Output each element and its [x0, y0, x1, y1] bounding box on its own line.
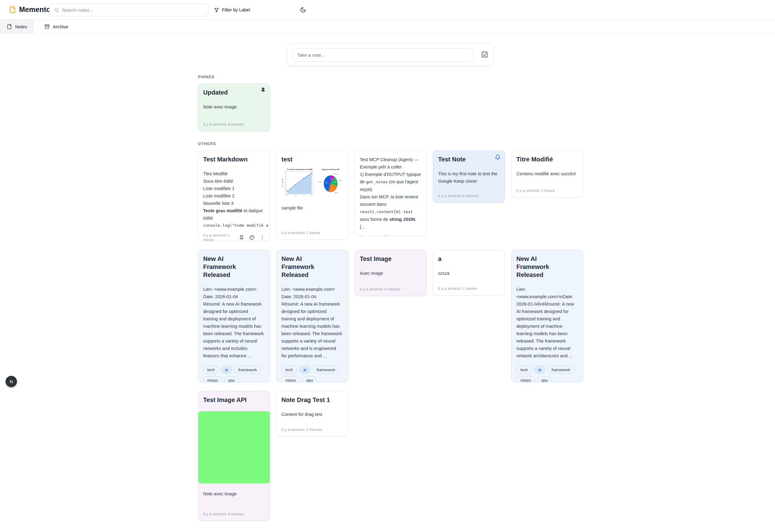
note-footer: il y a environ 1 heure: [516, 185, 578, 193]
note-title: Test Image: [360, 255, 422, 263]
svg-text:Q1: Q1: [287, 195, 288, 196]
note-footer: il y a environ 1 heure: [203, 229, 265, 241]
logo: Memento: [9, 6, 51, 14]
app-title: Memento: [19, 6, 51, 14]
more-options-icon[interactable]: [260, 235, 265, 240]
pinned-pin-icon[interactable]: [260, 87, 266, 93]
note-body: Note avec image: [203, 490, 265, 497]
note-body: Avec image: [360, 270, 422, 277]
filter-label: Filter by Label: [222, 7, 250, 12]
note-title: Updated: [203, 88, 265, 96]
svg-text:50: 50: [284, 188, 286, 189]
theme-toggle-button[interactable]: [300, 7, 306, 13]
svg-text:Q4: Q4: [311, 195, 312, 196]
user-avatar[interactable]: N: [6, 376, 17, 387]
tag-pill[interactable]: framework: [312, 366, 339, 374]
tag-pill[interactable]: framework: [548, 366, 574, 374]
note-timestamp: il y a environ 1 heure: [438, 286, 477, 291]
tag-pill[interactable]: ai: [221, 366, 232, 374]
note-card[interactable]: aszszail y a environ 1 heure: [433, 250, 505, 295]
reminder-bell-icon[interactable]: [495, 154, 501, 160]
note-footer: il y a environ 4 heures: [203, 118, 265, 127]
tag-pill[interactable]: tech: [516, 366, 532, 374]
tag-pill[interactable]: gpu: [302, 376, 317, 382]
note-timestamp: il y a environ 4 heures: [203, 122, 244, 127]
tag-pill[interactable]: ai: [534, 366, 545, 374]
svg-text:Q3: Q3: [303, 195, 304, 196]
take-a-note-input[interactable]: [292, 48, 474, 62]
note-footer: il y a environ 1 heure: [438, 282, 500, 291]
note-card[interactable]: Test MCP Cleanup (Agent) — Exemple prêt …: [354, 150, 427, 236]
note-timestamp: il y a environ 1 heure: [360, 234, 398, 236]
note-title: a: [438, 255, 500, 263]
moon-icon: [300, 7, 306, 13]
svg-text:Q2: Q2: [295, 195, 296, 196]
palette-icon[interactable]: [249, 235, 255, 240]
pin-icon[interactable]: [239, 235, 244, 240]
note-title: Note Drag Test 1: [281, 396, 343, 404]
note-title: New AI Framework Released: [203, 255, 265, 279]
tag-pill[interactable]: mlops: [281, 376, 300, 382]
note-timestamp: il y a environ 4 heures: [203, 512, 244, 516]
tag-pill[interactable]: ai: [299, 366, 310, 374]
tag-pill[interactable]: mlops: [203, 376, 222, 382]
note-title: test: [281, 155, 343, 163]
note-tags: techaiframeworkmlopsgpu: [281, 366, 343, 382]
note-card[interactable]: Test Image APINote avec imageil y a envi…: [198, 391, 270, 521]
note-body: Lien: <www.example.com> Date: 2026-01-04…: [281, 286, 343, 359]
note-body: This is my first note to test the Google…: [438, 170, 500, 185]
note-card[interactable]: UpdatedNote avec imageil y a environ 4 h…: [198, 83, 270, 131]
note-body: Lien: <www.example.com>\nDate: 2026-01-0…: [516, 286, 578, 359]
checkbox-icon[interactable]: [481, 51, 488, 59]
svg-text:40: 40: [284, 193, 286, 194]
note-card[interactable]: New AI Framework ReleasedLien: <www.exam…: [276, 250, 348, 382]
svg-text:75: 75: [284, 174, 286, 175]
svg-text:65: 65: [284, 179, 286, 181]
note-title: Titre Modifié: [516, 155, 578, 163]
note-card[interactable]: test Croissance Trimestrielle du CA (M€)…: [276, 150, 348, 240]
tag-pill[interactable]: framework: [234, 366, 261, 374]
note-tags: techaiframeworkmlopsgpu: [203, 366, 265, 382]
others-grid: Test MarkdownTitre Modifié Sous-titre éd…: [198, 150, 583, 521]
note-footer: il y a environ 2 heures: [281, 424, 343, 432]
svg-text:45: 45: [284, 190, 286, 192]
note-logo-icon: [9, 6, 16, 14]
file-icon: [7, 24, 12, 29]
note-timestamp: il y a environ 1 heure: [516, 188, 555, 193]
note-body: Lien: <www.example.com> Date: 2026-01-04…: [203, 286, 265, 359]
search-input[interactable]: [62, 7, 208, 13]
tag-pill[interactable]: gpu: [224, 376, 239, 382]
filter-by-label-button[interactable]: Filter by Label: [214, 7, 250, 13]
note-footer: il y a environ 1 heure: [281, 227, 343, 235]
svg-text:20.0%: 20.0%: [333, 181, 336, 183]
search-icon: [54, 7, 59, 13]
tag-pill[interactable]: tech: [203, 366, 219, 374]
note-card[interactable]: Test MarkdownTitre Modifié Sous-titre éd…: [198, 150, 270, 241]
note-card[interactable]: Note Drag Test 1Content for drag testil …: [276, 391, 348, 437]
svg-text:Products: Products: [318, 181, 322, 183]
note-card[interactable]: Test NoteThis is my first note to test t…: [433, 150, 505, 203]
search-box: [49, 3, 208, 16]
svg-text:Licenses: Licenses: [338, 180, 342, 181]
svg-text:55: 55: [284, 185, 286, 186]
tab-notes[interactable]: Notes: [0, 20, 34, 34]
tag-pill[interactable]: gpu: [537, 376, 552, 382]
app-root: Memento Filter by Label: [0, 0, 775, 532]
note-card[interactable]: New AI Framework ReleasedLien: <www.exam…: [198, 250, 270, 382]
note-footer: il y a environ 6 heures: [438, 190, 500, 198]
tab-archive[interactable]: Archive: [38, 20, 75, 34]
app-header: Memento Filter by Label: [0, 0, 775, 20]
note-body: Content for drag test: [281, 411, 343, 418]
svg-text:Services: Services: [334, 192, 338, 193]
svg-text:Croissance Trimestrielle du CA: Croissance Trimestrielle du CA (M€): [287, 169, 312, 170]
tag-pill[interactable]: mlops: [516, 376, 535, 382]
tag-pill[interactable]: tech: [281, 366, 297, 374]
note-body: Test MCP Cleanup (Agent) — Exemple prêt …: [360, 156, 422, 230]
note-footer: il y a environ 1 heure: [360, 230, 422, 236]
pinned-section-label: PINNED: [198, 75, 583, 79]
note-card[interactable]: Test ImageAvec imageil y a environ 4 heu…: [354, 250, 427, 296]
note-card[interactable]: New AI Framework ReleasedLien: <www.exam…: [511, 250, 583, 382]
note-card[interactable]: Titre ModifiéContenu modifié avec succès…: [511, 150, 583, 197]
note-image-green: [198, 411, 270, 483]
note-timestamp: il y a environ 4 heures: [360, 287, 401, 291]
